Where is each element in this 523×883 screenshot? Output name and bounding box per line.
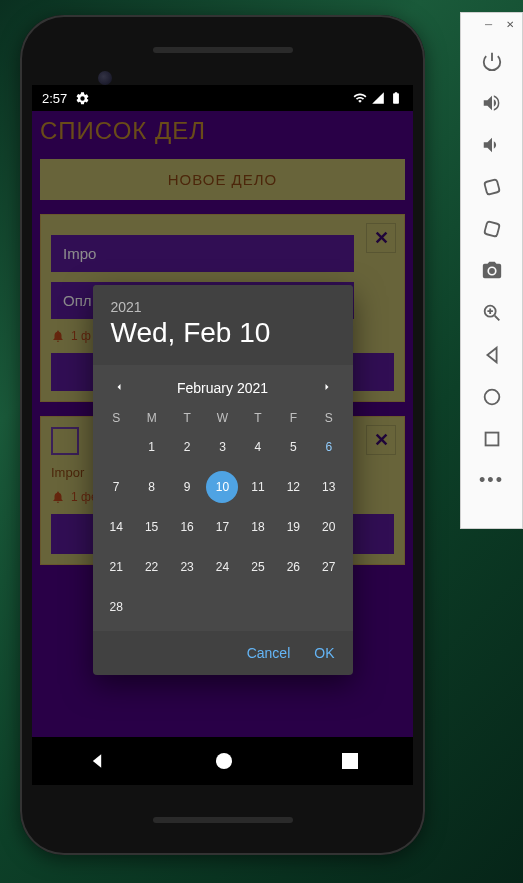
power-icon[interactable] xyxy=(481,50,503,72)
volume-down-icon[interactable] xyxy=(481,134,503,156)
month-label: February 2021 xyxy=(177,380,268,396)
battery-icon xyxy=(389,91,403,105)
calendar-day xyxy=(277,591,309,623)
dow-label: S xyxy=(99,411,134,425)
calendar-day[interactable]: 27 xyxy=(313,551,345,583)
calendar-day[interactable]: 19 xyxy=(277,511,309,543)
dow-label: M xyxy=(134,411,169,425)
back-icon[interactable] xyxy=(481,344,503,366)
overview-icon[interactable] xyxy=(481,386,503,408)
calendar-day xyxy=(313,591,345,623)
status-bar: 2:57 xyxy=(32,85,413,111)
calendar-day[interactable]: 4 xyxy=(242,431,274,463)
calendar-day xyxy=(242,591,274,623)
calendar-day xyxy=(100,431,132,463)
calendar-day[interactable]: 16 xyxy=(171,511,203,543)
calendar-day[interactable]: 18 xyxy=(242,511,274,543)
calendar-day[interactable]: 14 xyxy=(100,511,132,543)
calendar-day xyxy=(136,591,168,623)
phone-frame: 2:57 СПИСОК ДЕЛ НОВОЕ ДЕЛО ✕ Impo Опл 1 … xyxy=(20,15,425,855)
svg-point-3 xyxy=(484,390,499,405)
dow-label: F xyxy=(276,411,311,425)
dow-label: T xyxy=(240,411,275,425)
rotate-left-icon[interactable] xyxy=(481,176,503,198)
dow-label: S xyxy=(311,411,346,425)
calendar-day[interactable]: 5 xyxy=(277,431,309,463)
calendar-day[interactable]: 8 xyxy=(136,471,168,503)
android-nav-bar xyxy=(32,737,413,785)
nav-home-icon[interactable] xyxy=(216,753,232,769)
days-of-week: S M T W T F S xyxy=(99,411,347,425)
calendar-day[interactable]: 7 xyxy=(100,471,132,503)
calendar-day[interactable]: 25 xyxy=(242,551,274,583)
ok-button[interactable]: OK xyxy=(314,645,334,661)
chevron-left-icon xyxy=(113,381,125,393)
calendar-day[interactable]: 1 xyxy=(136,431,168,463)
zoom-in-icon[interactable] xyxy=(481,302,503,324)
calendar-day[interactable]: 10 xyxy=(206,471,238,503)
calendar-day[interactable]: 12 xyxy=(277,471,309,503)
volume-up-icon[interactable] xyxy=(481,92,503,114)
calendar-day[interactable]: 28 xyxy=(100,591,132,623)
calendar-day xyxy=(206,591,238,623)
dow-label: W xyxy=(205,411,240,425)
calendar-grid: 1234567891011121314151617181920212223242… xyxy=(99,429,347,625)
settings-icon xyxy=(75,91,90,106)
next-month-button[interactable] xyxy=(313,379,341,397)
calendar-day[interactable]: 21 xyxy=(100,551,132,583)
nav-overview-icon[interactable] xyxy=(342,753,358,769)
svg-rect-4 xyxy=(485,433,498,446)
calendar-day[interactable]: 15 xyxy=(136,511,168,543)
camera-icon[interactable] xyxy=(481,260,503,282)
calendar-day xyxy=(171,591,203,623)
calendar-day[interactable]: 2 xyxy=(171,431,203,463)
date-picker-body: February 2021 S M T W T F S 123456789101… xyxy=(93,365,353,631)
status-time: 2:57 xyxy=(42,91,67,106)
date-picker-header: 2021 Wed, Feb 10 xyxy=(93,285,353,365)
calendar-day[interactable]: 11 xyxy=(242,471,274,503)
dialog-actions: Cancel OK xyxy=(93,631,353,675)
svg-rect-1 xyxy=(484,221,500,237)
rotate-right-icon[interactable] xyxy=(481,218,503,240)
calendar-day[interactable]: 3 xyxy=(206,431,238,463)
speaker-bottom xyxy=(153,817,293,823)
calendar-day[interactable]: 20 xyxy=(313,511,345,543)
signal-icon xyxy=(371,91,385,105)
nav-back-icon[interactable] xyxy=(87,751,107,771)
prev-month-button[interactable] xyxy=(105,379,133,397)
screen: 2:57 СПИСОК ДЕЛ НОВОЕ ДЕЛО ✕ Impo Опл 1 … xyxy=(32,85,413,785)
calendar-day[interactable]: 22 xyxy=(136,551,168,583)
calendar-day[interactable]: 17 xyxy=(206,511,238,543)
minimize-icon[interactable]: ─ xyxy=(485,19,492,30)
calendar-day[interactable]: 26 xyxy=(277,551,309,583)
home-icon[interactable] xyxy=(481,428,503,450)
calendar-day[interactable]: 23 xyxy=(171,551,203,583)
cancel-button[interactable]: Cancel xyxy=(247,645,291,661)
dow-label: T xyxy=(169,411,204,425)
date-picker-dialog: 2021 Wed, Feb 10 February 2021 S M T xyxy=(93,285,353,675)
calendar-day[interactable]: 24 xyxy=(206,551,238,583)
calendar-day[interactable]: 9 xyxy=(171,471,203,503)
svg-rect-0 xyxy=(484,179,500,195)
close-icon[interactable]: ✕ xyxy=(506,19,514,30)
emulator-toolbar: ─ ✕ ••• xyxy=(460,12,523,529)
wifi-icon xyxy=(353,91,367,105)
calendar-day[interactable]: 13 xyxy=(313,471,345,503)
more-icon[interactable]: ••• xyxy=(479,470,504,491)
calendar-day[interactable]: 6 xyxy=(313,431,345,463)
chevron-right-icon xyxy=(321,381,333,393)
speaker-top xyxy=(153,47,293,53)
front-camera xyxy=(98,71,112,85)
date-picker-year[interactable]: 2021 xyxy=(111,299,335,315)
date-picker-date[interactable]: Wed, Feb 10 xyxy=(111,317,335,349)
